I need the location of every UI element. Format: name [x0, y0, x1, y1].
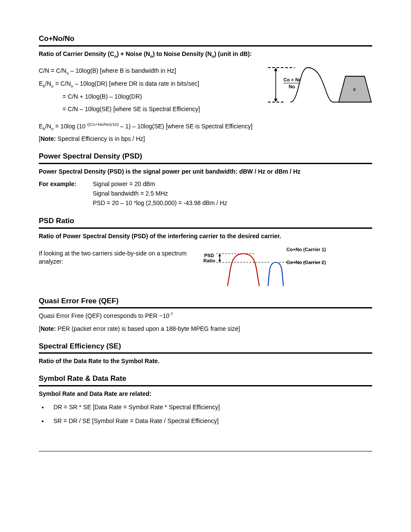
example-line-2: Signal bandwidth = 2.5 MHz — [93, 190, 227, 198]
equation-ebno-full: Eb/No = 10log (10 ((Co+No/No)/10) – 1) –… — [39, 122, 372, 131]
definition-psd: Power Spectral Density (PSD) is the sign… — [39, 168, 372, 176]
svg-marker-4 — [274, 99, 277, 102]
equation-ebno-1: Eb/No = C/No – 10log(DR) [where DR is da… — [39, 80, 256, 88]
heading-se: Spectral Efficiency (SE) — [39, 341, 372, 353]
definition-sr-dr: Symbol Rate and Data Rate are related: — [39, 390, 372, 398]
heading-sr-dr: Symbol Rate & Data Rate — [39, 373, 372, 386]
qef-note: [Note: PER (packet error rate) is based … — [39, 325, 372, 333]
figure-label-carrier-2: Co+No (Carrier 2) — [286, 260, 326, 265]
definition-co-no-no: Ratio of Carrier Density (Co) + Noise (N… — [39, 50, 372, 59]
note-spectral-efficiency: [Note: Spectral Efficiency is in bps / H… — [39, 135, 372, 143]
definition-psd-ratio: Ratio of Power Spectral Density (PSD) of… — [39, 232, 372, 241]
sr-dr-bullet-2: SR = DR / SE [Symbol Rate = Data Rate / … — [48, 417, 372, 426]
definition-se: Ratio of the Data Rate to the Symbol Rat… — [39, 357, 372, 366]
equation-cn: C/N = C/No – 10log(B) [where B is bandwi… — [39, 67, 256, 75]
heading-psd-ratio: PSD Ratio — [39, 216, 372, 228]
psd-example: For example: Signal power = 20 dBm Signa… — [39, 180, 372, 208]
heading-psd: Power Spectral Density (PSD) — [39, 151, 372, 163]
figure-label-psd: PSD — [204, 253, 214, 258]
sr-dr-bullet-1: DR = SR * SE [Data Rate = Symbol Rate * … — [48, 403, 372, 412]
figure-label-no: No — [289, 84, 295, 89]
psd-ratio-body: If looking at the two carriers side-by-s… — [39, 249, 194, 266]
example-label: For example: — [39, 180, 76, 208]
sr-dr-list: DR = SR * SE [Data Rate = Symbol Rate * … — [48, 403, 372, 425]
figure-label-carrier-1: Co+No (Carrier 1) — [286, 247, 326, 252]
svg-marker-12 — [218, 260, 221, 262]
example-line-1: Signal power = 20 dBm — [93, 180, 227, 189]
figure-psd-ratio: PSD Ratio Co+No (Carrier 1) Co+No (Carri… — [202, 245, 336, 288]
heading-qef: Quasi Error Free (QEF) — [39, 296, 372, 308]
figure-co-no-no: Co + No No c — [265, 62, 372, 110]
svg-marker-3 — [274, 68, 277, 71]
qef-body: Quasi Error Free (QEF) corresponds to PE… — [39, 312, 372, 320]
figure-label-ratio: Ratio — [203, 258, 215, 263]
equation-ebno-2: = C/N + 10log(B) – 10log(DR) — [62, 93, 256, 101]
heading-co-no-no: Co+No/No — [39, 34, 372, 46]
svg-marker-11 — [218, 254, 221, 256]
equation-ebno-3: = C/N – 10log(SE) [where SE is Spectral … — [62, 105, 256, 114]
example-line-3: PSD = 20 – 10 *log (2,500,000) = -43.98 … — [93, 199, 227, 208]
footer-rule — [39, 451, 372, 451]
figure-label-co-plus-no: Co + No — [283, 77, 302, 82]
figure-label-c: c — [353, 87, 356, 92]
